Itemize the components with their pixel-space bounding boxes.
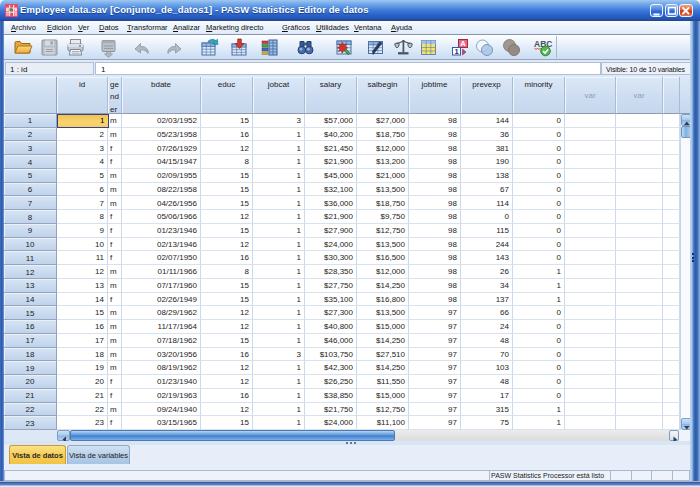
svg-text:A: A [460, 39, 466, 48]
svg-text:1: 1 [454, 46, 458, 55]
